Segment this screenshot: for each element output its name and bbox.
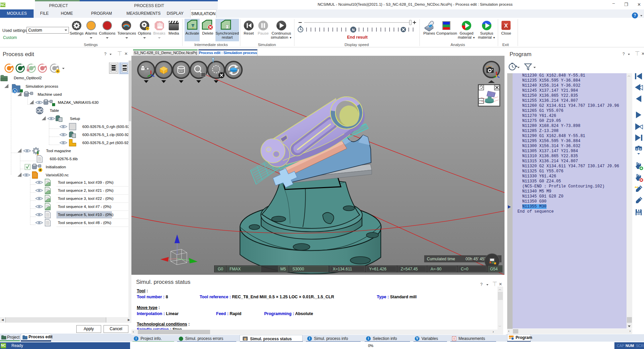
svg-text:Tool sequence 1, tool #39 -: Tool sequence 1, tool #39 - (0%) — [58, 180, 114, 184]
svg-text:Machine used: Machine used — [38, 92, 62, 96]
svg-text:M5: M5 — [280, 267, 286, 271]
svg-text:00h 45' 45": 00h 45' 45" — [466, 257, 486, 261]
svg-text:Tool sequence 2, tool #21 -: Tool sequence 2, tool #21 - (0%) — [58, 188, 114, 192]
svg-text:Initialisation: Initialisation — [46, 165, 66, 169]
svg-text:600-92676-5_1.clp (600-9267(: 600-92676-5_1.clp (600-9267( — [82, 133, 131, 137]
svg-text:Y=61.426: Y=61.426 — [369, 267, 387, 271]
svg-text:A=-90: A=-90 — [431, 267, 442, 271]
svg-text:S: S — [14, 90, 16, 93]
svg-text:Tool sequence 6, tool #8 - (: Tool sequence 6, tool #8 - (0%) — [58, 221, 111, 225]
svg-text:N: N — [352, 28, 355, 32]
svg-text:G0: G0 — [218, 267, 223, 271]
svg-text:600-92676-5_2.prt (600-92676: 600-92676-5_2.prt (600-92676 — [82, 141, 131, 145]
svg-text:Varixis630.nc: Varixis630.nc — [46, 173, 69, 177]
svg-text:Tool sequence 3, tool #22 -: Tool sequence 3, tool #22 - (0%) — [58, 197, 114, 201]
svg-text:FMAX: FMAX — [230, 267, 241, 271]
svg-text:Z=547.45: Z=547.45 — [401, 267, 418, 271]
svg-text:Tool sequence 5, tool #10 -: Tool sequence 5, tool #10 - (0%) — [58, 213, 114, 217]
svg-text:Simulation process: Simulation process — [26, 84, 58, 88]
svg-text:X=134.611: X=134.611 — [333, 267, 352, 271]
svg-text:C=0: C=0 — [461, 267, 469, 271]
svg-text:S3000: S3000 — [292, 267, 304, 271]
svg-text:600-92676-5.tlib: 600-92676-5.tlib — [50, 157, 78, 161]
svg-text:MAZAK_VARIAXIS-630: MAZAK_VARIAXIS-630 — [58, 100, 98, 104]
svg-text:Cumulated time: Cumulated time — [427, 257, 455, 261]
svg-text:Demo_Optitool2: Demo_Optitool2 — [14, 76, 42, 80]
svg-text:Table: Table — [50, 108, 59, 113]
svg-text:Setup: Setup — [70, 117, 80, 121]
svg-text:Tool magazine: Tool magazine — [46, 149, 71, 153]
svg-text:600-92676-5_0.rgh (600-9267: 600-92676-5_0.rgh (600-9267 — [82, 125, 131, 129]
svg-text:Tool sequence 4, tool #7 - (: Tool sequence 4, tool #7 - (0%) — [58, 205, 111, 209]
svg-text:G54: G54 — [490, 267, 498, 271]
svg-text:X: X — [504, 23, 508, 29]
